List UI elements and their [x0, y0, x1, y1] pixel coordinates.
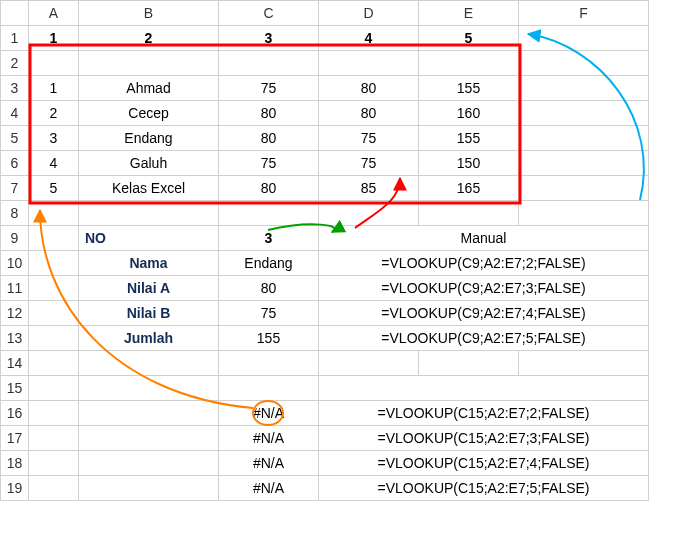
b-formula[interactable]: =VLOOKUP(C15;A2:E7;5;FALSE) [319, 476, 649, 501]
cell-b[interactable]: 85 [319, 176, 419, 201]
rowhead-1[interactable]: 1 [1, 26, 29, 51]
rowhead-16[interactable]: 16 [1, 401, 29, 426]
y-formula[interactable]: =VLOOKUP(C9;A2:E7;2;FALSE) [319, 251, 649, 276]
cell-nama[interactable]: Ahmad [79, 76, 219, 101]
cell[interactable] [29, 401, 79, 426]
th-no[interactable]: NO [29, 51, 79, 76]
rowhead-7[interactable]: 7 [1, 176, 29, 201]
rowhead-4[interactable]: 4 [1, 101, 29, 126]
rowhead-6[interactable]: 6 [1, 151, 29, 176]
cell-F3[interactable] [519, 76, 649, 101]
rowhead-9[interactable]: 9 [1, 226, 29, 251]
rowhead-11[interactable]: 11 [1, 276, 29, 301]
cell[interactable] [29, 426, 79, 451]
b-value[interactable]: #N/A [219, 451, 319, 476]
b-value[interactable]: #N/A [219, 401, 319, 426]
rowhead-3[interactable]: 3 [1, 76, 29, 101]
colhead-A[interactable]: A [29, 1, 79, 26]
b-value[interactable]: #N/A [219, 476, 319, 501]
cell-C1[interactable]: 3 [219, 26, 319, 51]
colhead-E[interactable]: E [419, 1, 519, 26]
cell-b[interactable]: 80 [319, 101, 419, 126]
cell[interactable] [419, 351, 519, 376]
rowhead-2[interactable]: 2 [1, 51, 29, 76]
cell-F2[interactable] [519, 51, 649, 76]
cell-a[interactable]: 80 [219, 101, 319, 126]
corner-cell[interactable] [1, 1, 29, 26]
b-label[interactable]: Nama [79, 401, 219, 426]
y-formula[interactable]: =VLOOKUP(C9;A2:E7;4;FALSE) [319, 301, 649, 326]
cell-a[interactable]: 75 [219, 151, 319, 176]
y-note[interactable]: Manual [319, 226, 649, 251]
b-formula[interactable]: =VLOOKUP(C15;A2:E7;4;FALSE) [319, 451, 649, 476]
cell-F1[interactable] [519, 26, 649, 51]
y-label[interactable]: Nama [79, 251, 219, 276]
y-no-value[interactable]: 3 [219, 226, 319, 251]
cell-no[interactable]: 4 [29, 151, 79, 176]
cell-no[interactable]: 2 [29, 101, 79, 126]
cell-B1[interactable]: 2 [79, 26, 219, 51]
spreadsheet[interactable]: A B C D E F 1 1 2 3 4 5 2 NO NAMA NILAI … [0, 0, 649, 501]
cell[interactable] [419, 201, 519, 226]
y-formula[interactable]: =VLOOKUP(C9;A2:E7;5;FALSE) [319, 326, 649, 351]
cell-E1[interactable]: 5 [419, 26, 519, 51]
y-label[interactable]: Nilai B [79, 301, 219, 326]
rowhead-8[interactable]: 8 [1, 201, 29, 226]
cell-j[interactable]: 160 [419, 101, 519, 126]
th-jumlah[interactable]: JUMLAH [419, 51, 519, 76]
rowhead-17[interactable]: 17 [1, 426, 29, 451]
cell[interactable] [29, 251, 79, 276]
cell[interactable] [219, 351, 319, 376]
cell-nama[interactable]: Cecep [79, 101, 219, 126]
cell-nama[interactable]: Galuh [79, 151, 219, 176]
cell-nama[interactable]: Kelas Excel [79, 176, 219, 201]
cell[interactable] [519, 201, 649, 226]
cell[interactable] [29, 201, 79, 226]
rowhead-18[interactable]: 18 [1, 451, 29, 476]
cell-F5[interactable] [519, 126, 649, 151]
cell-F6[interactable] [519, 151, 649, 176]
cell[interactable] [29, 351, 79, 376]
y-value[interactable]: 155 [219, 326, 319, 351]
cell[interactable] [79, 351, 219, 376]
cell-a[interactable]: 80 [219, 176, 319, 201]
cell-b[interactable]: 75 [319, 151, 419, 176]
th-nama[interactable]: NAMA [79, 51, 219, 76]
b-formula[interactable]: =VLOOKUP(C15;A2:E7;3;FALSE) [319, 426, 649, 451]
th-nilaiB[interactable]: NILAI B [319, 51, 419, 76]
rowhead-13[interactable]: 13 [1, 326, 29, 351]
y-formula[interactable]: =VLOOKUP(C9;A2:E7;3;FALSE) [319, 276, 649, 301]
cell-j[interactable]: 155 [419, 76, 519, 101]
rowhead-10[interactable]: 10 [1, 251, 29, 276]
colhead-C[interactable]: C [219, 1, 319, 26]
y-value[interactable]: Endang [219, 251, 319, 276]
cell[interactable] [79, 201, 219, 226]
y-value[interactable]: 80 [219, 276, 319, 301]
y-label[interactable]: Nilai A [79, 276, 219, 301]
cell-F4[interactable] [519, 101, 649, 126]
cell-no[interactable]: 1 [29, 76, 79, 101]
colhead-B[interactable]: B [79, 1, 219, 26]
b-note[interactable]: Manual [319, 376, 649, 401]
colhead-D[interactable]: D [319, 1, 419, 26]
cell[interactable] [519, 351, 649, 376]
y-value[interactable]: 75 [219, 301, 319, 326]
cell[interactable] [219, 201, 319, 226]
rowhead-12[interactable]: 12 [1, 301, 29, 326]
b-label[interactable]: Jumlah [79, 476, 219, 501]
cell-j[interactable]: 150 [419, 151, 519, 176]
b-formula[interactable]: =VLOOKUP(C15;A2:E7;2;FALSE) [319, 401, 649, 426]
y-no-label[interactable]: NO [79, 226, 219, 251]
y-label[interactable]: Jumlah [79, 326, 219, 351]
colhead-F[interactable]: F [519, 1, 649, 26]
cell[interactable] [29, 226, 79, 251]
cell-A1[interactable]: 1 [29, 26, 79, 51]
b-no-value[interactable]: 7 [219, 376, 319, 401]
cell[interactable] [29, 301, 79, 326]
cell-nama[interactable]: Endang [79, 126, 219, 151]
b-label[interactable]: Nilai B [79, 451, 219, 476]
cell[interactable] [319, 351, 419, 376]
cell-no[interactable]: 3 [29, 126, 79, 151]
b-no-label[interactable]: NO [79, 376, 219, 401]
cell-j[interactable]: 155 [419, 126, 519, 151]
